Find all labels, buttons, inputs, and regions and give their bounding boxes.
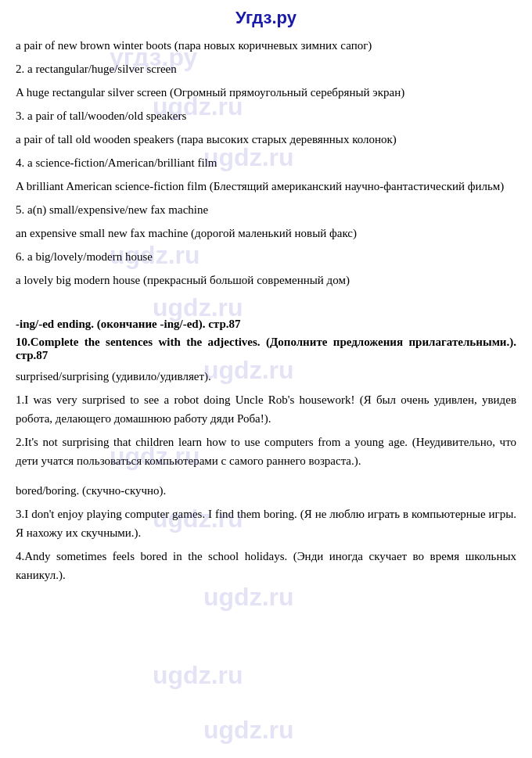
line4: 3. a pair of tall/wooden/old speakers (16, 106, 516, 125)
content-area: a pair of new brown winter boots (пара н… (16, 36, 516, 289)
task-line1: surprised/surprising (удивило/удивляет). (16, 367, 516, 386)
page-header: Угдз.ру (16, 8, 516, 28)
watermark-9: ugdz.ru (203, 583, 294, 612)
task-line6: 4.Andy sometimes feels bored in the scho… (16, 547, 516, 584)
line2: 2. a rectangular/huge/silver screen (16, 59, 516, 78)
watermark-11: ugdz.ru (203, 716, 294, 745)
section-heading: -ing/-ed ending. (окончание -ing/-ed). с… (16, 318, 516, 331)
line5: a pair of tall old wooden speakers (пара… (16, 130, 516, 149)
task-area: surprised/surprising (удивило/удивляет).… (16, 367, 516, 584)
task-line4: bored/boring. (скучно-скучно). (16, 481, 516, 500)
task-line2: 1.I was very surprised to see a robot do… (16, 390, 516, 428)
task-line3: 2.It's not surprising that children lear… (16, 433, 516, 470)
line3: A huge rectangular silver screen (Огромн… (16, 83, 516, 102)
line11: a lovely big modern house (прекрасный бо… (16, 271, 516, 289)
line8: 5. a(n) small/expensive/new fax machine (16, 200, 516, 219)
task-line5: 3.I don't enjoy playing computer games. … (16, 505, 516, 542)
line7: A brilliant American science-fiction fil… (16, 177, 516, 196)
line10: 6. a big/lovely/modern house (16, 247, 516, 266)
watermark-10: ugdz.ru (153, 661, 243, 690)
task-heading: 10.Complete the sentences with the adjec… (16, 336, 516, 362)
line9: an expensive small new fax machine (доро… (16, 224, 516, 242)
line1: a pair of new brown winter boots (пара н… (16, 36, 516, 55)
line6: 4. a science-fiction/American/brilliant … (16, 153, 516, 172)
